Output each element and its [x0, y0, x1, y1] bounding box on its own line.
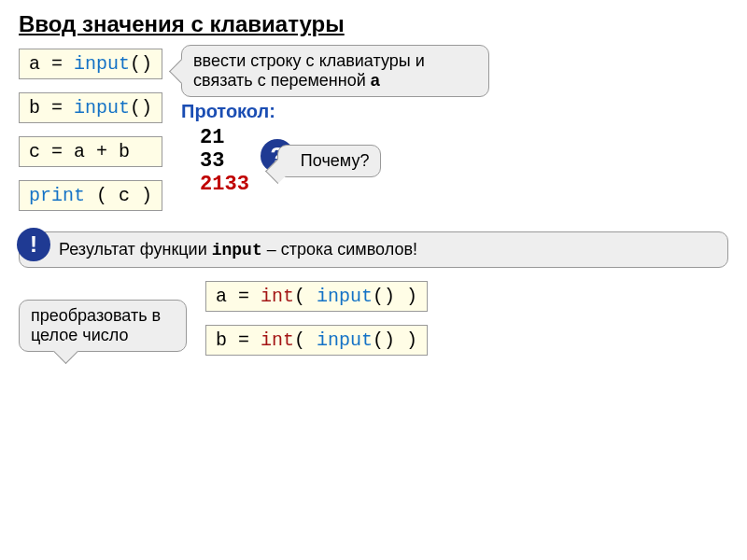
int-code-line-1: a = int( input() )	[205, 281, 428, 312]
callout-why: Почему?	[277, 145, 382, 177]
callout-var: a	[371, 71, 380, 90]
code-fn: print	[29, 185, 85, 206]
result-kw: input	[212, 241, 262, 259]
protocol-v3: 2133	[200, 173, 249, 196]
code-text: a =	[29, 53, 74, 75]
code-text: (	[294, 329, 317, 351]
result-pre: Результат функции	[59, 240, 212, 259]
code-text: () )	[373, 286, 417, 307]
protocol-label: Протокол:	[181, 101, 489, 122]
callout-text: ввести строку с клавиатуры и связать с п…	[193, 51, 425, 90]
code-line-1: a = input()	[19, 49, 162, 79]
code-line-3: c = a + b	[19, 136, 162, 167]
protocol-v1: 21	[200, 126, 249, 149]
callout-input-desc: ввести строку с клавиатуры и связать с п…	[181, 45, 489, 97]
code-text: a =	[216, 286, 261, 307]
why-text: Почему?	[301, 151, 370, 170]
exclaim-badge: !	[17, 228, 50, 261]
code-text: ()	[130, 53, 152, 75]
result-post: – строка символов!	[262, 240, 417, 259]
code-text: b =	[216, 329, 261, 351]
code-text: (	[294, 286, 317, 307]
code-int: int	[261, 329, 294, 351]
result-note: Результат функции input – строка символо…	[19, 231, 728, 268]
convert-text: преобразовать в целое число	[31, 306, 161, 344]
code-text: ( c )	[85, 185, 152, 206]
code-fn: input	[317, 329, 373, 351]
int-code-line-2: b = int( input() )	[205, 325, 428, 356]
protocol-v2: 33	[200, 149, 249, 173]
code-line-2: b = input()	[19, 92, 162, 123]
code-fn: input	[317, 286, 373, 307]
callout-convert: преобразовать в целое число	[19, 300, 187, 352]
code-fn: input	[74, 97, 130, 119]
protocol-values: 21 33 2133	[200, 126, 249, 196]
page-title: Ввод значения с клавиатуры	[19, 11, 728, 37]
code-text: ()	[130, 97, 152, 119]
code-text: () )	[373, 329, 417, 351]
code-line-4: print ( c )	[19, 180, 162, 211]
code-text: b =	[29, 97, 74, 119]
code-fn: input	[74, 53, 130, 75]
code-int: int	[261, 286, 294, 307]
